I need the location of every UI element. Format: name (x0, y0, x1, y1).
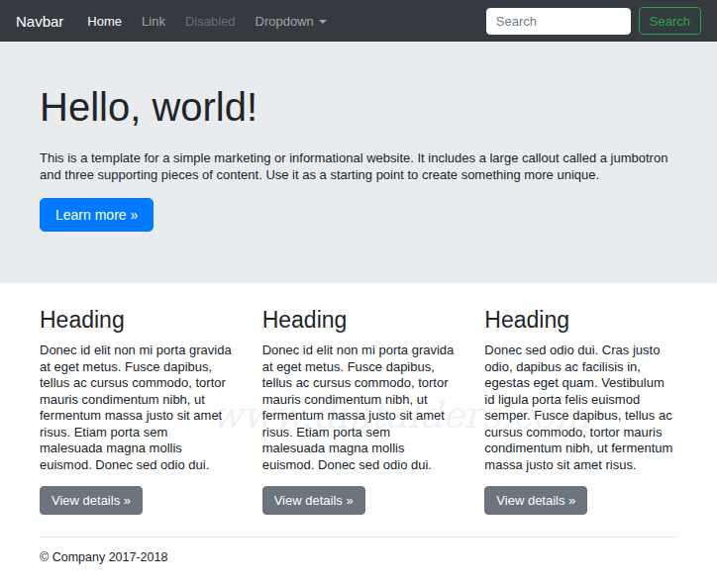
content-column-3: Heading Donec sed odio dui. Cras justo o… (484, 307, 677, 515)
nav-item-home[interactable]: Home (77, 14, 132, 29)
content-columns: Heading Donec id elit non mi porta gravi… (0, 283, 717, 515)
view-details-button-2[interactable]: View details » (262, 486, 365, 515)
footer-divider (40, 537, 677, 538)
search-button[interactable]: Search (639, 7, 701, 35)
column-heading: Heading (484, 307, 677, 334)
caret-down-icon (319, 20, 327, 24)
column-text: Donec id elit non mi porta gravida at eg… (262, 343, 456, 473)
nav-item-disabled: Disabled (175, 14, 246, 29)
learn-more-button[interactable]: Learn more » (40, 198, 154, 232)
nav-dropdown-label: Dropdown (256, 14, 314, 29)
column-text: Donec sed odio dui. Cras justo odio, dap… (484, 343, 677, 473)
content-column-2: Heading Donec id elit non mi porta gravi… (262, 307, 456, 515)
navbar-nav: Home Link Disabled Dropdown (77, 14, 336, 29)
column-heading: Heading (262, 307, 456, 334)
view-details-button-1[interactable]: View details » (40, 486, 143, 515)
nav-item-dropdown[interactable]: Dropdown (246, 14, 337, 29)
nav-item-link[interactable]: Link (132, 14, 175, 29)
jumbotron: Hello, world! This is a template for a s… (0, 42, 717, 283)
jumbotron-title: Hello, world! (40, 85, 677, 130)
search-input[interactable] (486, 8, 631, 35)
column-text: Donec id elit non mi porta gravida at eg… (40, 343, 233, 473)
column-heading: Heading (40, 307, 233, 334)
jumbotron-description: This is a template for a simple marketin… (40, 149, 677, 183)
navbar: Navbar Home Link Disabled Dropdown Searc… (0, 0, 717, 42)
content-column-1: Heading Donec id elit non mi porta gravi… (40, 307, 233, 515)
footer: © Company 2017-2018 (0, 537, 717, 564)
view-details-button-3[interactable]: View details » (484, 486, 587, 515)
search-form: Search (486, 7, 701, 35)
navbar-brand[interactable]: Navbar (16, 13, 63, 30)
copyright-text: © Company 2017-2018 (40, 550, 677, 564)
